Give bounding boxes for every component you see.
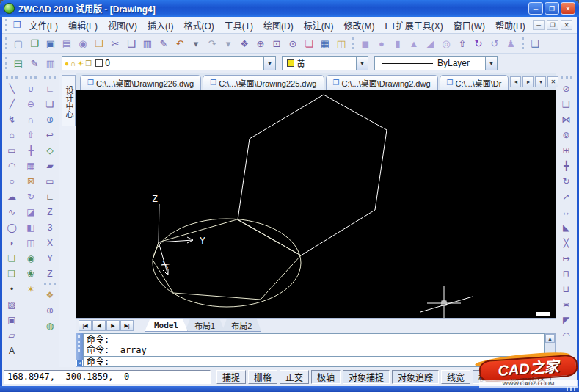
cut-button[interactable]: ✂ (107, 35, 123, 51)
first-tab-button[interactable]: |◀ (79, 320, 92, 331)
move-faces-button[interactable]: ╋ (23, 142, 39, 158)
menu-item[interactable]: ET扩展工具(X) (379, 18, 448, 33)
break-at-point-button[interactable]: ⊓ (558, 266, 574, 281)
menu-item[interactable]: 格式(O) (178, 18, 219, 33)
scale-button[interactable]: ◣ (558, 219, 574, 235)
revolve-button[interactable]: ↻ (470, 35, 487, 51)
save-button[interactable]: ▣ (43, 35, 59, 51)
layout-tab[interactable]: Model (145, 319, 188, 332)
command-grip[interactable]: ✕ (76, 333, 83, 367)
design-center-tab[interactable]: 设计中心 (62, 75, 76, 126)
toolbar-grip[interactable] (352, 37, 354, 49)
toolbar-grip[interactable] (5, 57, 7, 69)
chamfer-button[interactable]: ◤ (558, 312, 574, 327)
undo-button[interactable]: ↶ (172, 35, 188, 51)
spline-button[interactable]: ∿ (4, 204, 20, 219)
trim-button[interactable]: ╳ (558, 235, 574, 250)
z-axis-ucs-button[interactable]: Z (43, 204, 58, 219)
fillet-button[interactable]: ◠ (558, 327, 574, 343)
menu-item[interactable]: 视图(V) (103, 18, 142, 33)
status-toggle[interactable]: 栅格 (248, 370, 277, 384)
solid-box-button[interactable]: ◼ (357, 35, 374, 51)
paste-button[interactable]: ▥ (139, 35, 156, 51)
render-button[interactable]: ♟ (503, 35, 519, 51)
toolbar-grip[interactable] (561, 76, 572, 79)
ucs-button[interactable]: ∟ (43, 81, 58, 96)
zoom-window-button[interactable]: ⊡ (269, 35, 285, 51)
next-tab-button[interactable]: ▶ (106, 320, 120, 331)
menu-item[interactable]: 文件(F) (24, 18, 63, 33)
new-button[interactable]: ▢ (10, 35, 26, 51)
three-d-orbit-button[interactable]: ↺ (487, 35, 503, 51)
rotate-button[interactable]: ↻ (558, 173, 574, 189)
wipeout-button[interactable]: ▱ (4, 327, 20, 343)
status-toggle[interactable]: 线宽 (441, 370, 470, 384)
orbit-button[interactable]: ◍ (43, 318, 58, 333)
solid-cylinder-button[interactable]: ▮ (390, 35, 406, 51)
section-button[interactable]: ◧ (23, 219, 39, 235)
linetype-combo[interactable]: ByLayer ▼ (374, 56, 498, 70)
command-input[interactable]: 命令: (84, 357, 544, 368)
z-rotate-ucs-button[interactable]: Z (43, 266, 58, 281)
document-tab[interactable]: ❐ C:\...\桌面\Drawing2.dwg (326, 75, 438, 90)
document-tab[interactable]: ❐ C:\...\桌面\Dr (440, 75, 509, 90)
insert-block-button[interactable]: ❏ (4, 250, 20, 266)
status-toggle[interactable]: 捕捉 (216, 370, 246, 384)
status-toggle[interactable]: 对象追踪 (392, 370, 439, 384)
lights-button[interactable]: ✶ (23, 281, 39, 297)
design-center-button[interactable]: ❏ (301, 35, 317, 51)
offset-button[interactable]: ⊚ (558, 127, 574, 142)
solid-sphere-button[interactable]: ● (374, 35, 390, 51)
document-tab[interactable]: ❐ C:\...\桌面\Drawing226.dwg (80, 75, 201, 90)
y-rotate-ucs-button[interactable]: Y (43, 250, 58, 266)
copy-clip-button[interactable]: ❑ (123, 35, 139, 51)
copy-button[interactable]: ❑ (558, 96, 574, 112)
maximize-button[interactable]: ❐ (545, 2, 559, 15)
menu-item[interactable]: 编辑(E) (63, 18, 103, 33)
line-button[interactable]: ╲ (4, 81, 20, 96)
interfere-button[interactable]: ⊠ (23, 173, 39, 189)
circle-button[interactable]: ○ (4, 173, 20, 189)
layer-previous-button[interactable]: ▥ (43, 55, 59, 71)
chevron-down-icon[interactable]: ▼ (263, 57, 275, 70)
toolbar-grip[interactable] (25, 76, 37, 79)
region-button[interactable]: ▣ (4, 312, 20, 327)
layout-tab[interactable]: 布局2 (222, 319, 261, 332)
rectangle-button[interactable]: ▭ (4, 142, 20, 158)
menu-item[interactable]: 工具(T) (219, 18, 258, 33)
layout-tab[interactable]: 布局1 (185, 319, 225, 332)
previous-ucs-button[interactable]: ↩ (43, 127, 58, 142)
pan-button[interactable]: ❖ (43, 287, 58, 302)
break-button[interactable]: ⊔ (558, 281, 574, 297)
materials-button[interactable]: ❀ (23, 266, 39, 281)
menu-item[interactable]: 帮助(H) (490, 18, 531, 33)
object-ucs-button[interactable]: ◇ (43, 142, 58, 158)
drawing-canvas[interactable]: ZYX (76, 90, 556, 318)
redo-list-button[interactable]: ▾ (220, 35, 236, 51)
redo-button[interactable]: ↷ (204, 35, 220, 51)
toolbar-grip[interactable] (5, 37, 7, 49)
three-d-array-button[interactable]: ▦ (23, 158, 39, 173)
chevron-down-icon[interactable]: ▼ (356, 57, 368, 70)
mirror-button[interactable]: ⋈ (558, 112, 574, 127)
menu-item[interactable]: 修改(M) (338, 18, 379, 33)
solid-torus-button[interactable]: ◎ (438, 35, 454, 51)
undo-list-button[interactable]: ▾ (188, 35, 204, 51)
toolbar-grip[interactable] (44, 283, 56, 285)
open-button[interactable]: ❐ (26, 35, 43, 51)
three-point-ucs-button[interactable]: 3 (43, 219, 58, 235)
mdi-minimize-button[interactable]: ─ (533, 20, 545, 30)
properties-palette-button[interactable]: ❑ (527, 35, 543, 51)
ellipse-button[interactable]: ◯ (4, 219, 20, 235)
hatch-button[interactable]: ▨ (4, 297, 20, 312)
tab-list-button[interactable]: ▾ (535, 76, 546, 87)
status-toggle[interactable]: 正交 (280, 370, 309, 384)
solid-wedge-button[interactable]: ◢ (422, 35, 438, 51)
entity-hexagon[interactable] (238, 95, 387, 255)
arc-button[interactable]: ◠ (4, 158, 20, 173)
move-button[interactable]: ╋ (558, 158, 574, 173)
toolbar-grip[interactable] (44, 76, 56, 79)
extrude-faces-button[interactable]: ⇧ (23, 127, 39, 142)
prev-tab-button[interactable]: ◀ (92, 320, 106, 331)
menu-item[interactable]: 窗口(W) (448, 18, 490, 33)
